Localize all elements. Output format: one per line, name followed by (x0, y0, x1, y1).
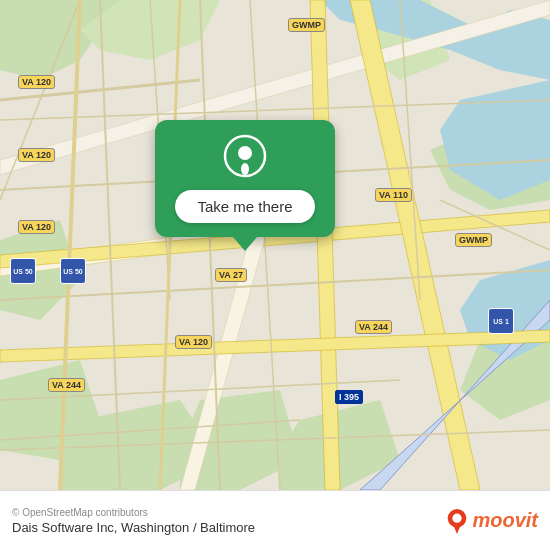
shield-va244-2: VA 244 (355, 320, 392, 334)
location-pin-icon (223, 134, 267, 178)
shield-gwmp-2: GWMP (455, 233, 492, 247)
map-container: VA 120 VA 120 VA 120 VA 27 VA 110 VA 120… (0, 0, 550, 490)
moovit-pin-icon (446, 508, 468, 534)
svg-marker-43 (453, 522, 462, 533)
company-location-text: Dais Software Inc, Washington / Baltimor… (12, 520, 255, 535)
moovit-logo: moovit (446, 508, 538, 534)
shield-va27: VA 27 (215, 268, 247, 282)
shield-us50-1: US 50 (10, 258, 36, 284)
svg-point-44 (453, 513, 462, 522)
shield-va110: VA 110 (375, 188, 412, 202)
shield-va244-1: VA 244 (48, 378, 85, 392)
shield-us1: US 1 (488, 308, 514, 334)
bottom-left-info: © OpenStreetMap contributors Dais Softwa… (12, 507, 255, 535)
shield-va120-3: VA 120 (18, 220, 55, 234)
attribution-text: © OpenStreetMap contributors (12, 507, 255, 518)
shield-gwmp-1: GWMP (288, 18, 325, 32)
shield-va120-4: VA 120 (175, 335, 212, 349)
svg-point-41 (241, 163, 249, 175)
shield-va120-1: VA 120 (18, 75, 55, 89)
bottom-bar: © OpenStreetMap contributors Dais Softwa… (0, 490, 550, 550)
popup-card: Take me there (155, 120, 335, 251)
shield-va120-2: VA 120 (18, 148, 55, 162)
moovit-label: moovit (472, 509, 538, 532)
shield-us50-2: US 50 (60, 258, 86, 284)
popup-tail (233, 237, 257, 251)
take-me-there-button[interactable]: Take me there (175, 190, 314, 223)
popup-bubble: Take me there (155, 120, 335, 237)
shield-i395: I 395 (335, 390, 363, 404)
svg-point-40 (238, 146, 252, 160)
